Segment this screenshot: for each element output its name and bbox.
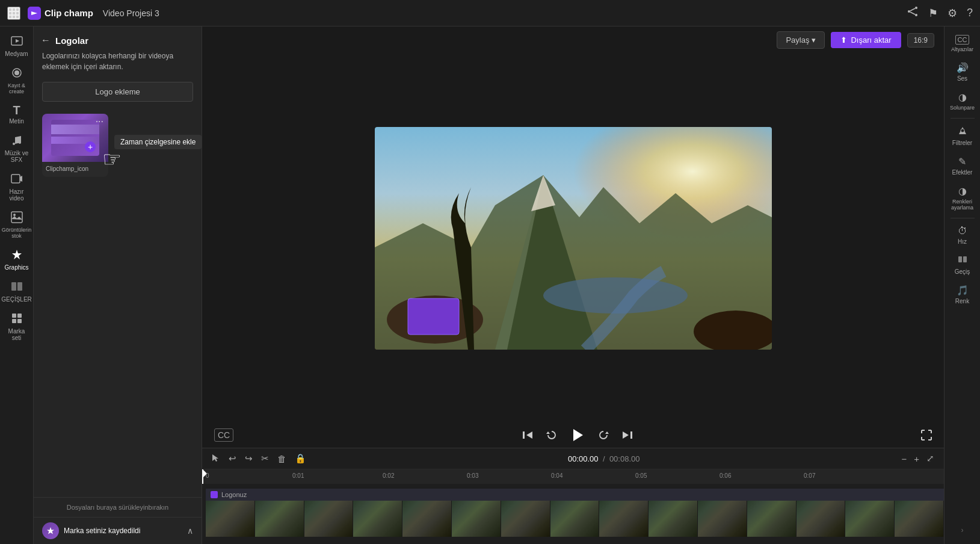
help-icon[interactable]: ? <box>967 7 973 19</box>
sidebar-item-color-adj[interactable]: ◑ Renkleri ayarlama <box>946 182 979 214</box>
film-frame <box>698 501 747 537</box>
sidebar-label-music: Müzik ve SFX <box>4 150 30 163</box>
undo-tool[interactable]: ↩ <box>229 453 236 464</box>
sidebar-label-ready: Hazır video <box>4 188 30 202</box>
zoom-out-button[interactable]: − <box>901 454 907 464</box>
svg-line-14 <box>910 12 915 14</box>
sidebar-item-audio[interactable]: 🔊 Ses <box>946 58 979 85</box>
ruler-05: 0:05 <box>635 472 647 479</box>
logo-three-dots[interactable]: ··· <box>96 116 103 127</box>
settings-icon[interactable]: ⚙ <box>948 7 957 20</box>
ruler-02: 0:02 <box>383 472 394 479</box>
sidebar-item-record[interactable]: Kayıt &create <box>1 63 32 98</box>
sidebar-item-text[interactable]: T Metin <box>1 100 32 128</box>
sidebar-item-color-half[interactable]: ◑ Solunpare <box>946 88 979 114</box>
brand-footer-expand[interactable]: ∧ <box>187 526 193 536</box>
film-frame <box>402 501 452 537</box>
sidebar-item-brand[interactable]: Marka seti <box>1 309 32 345</box>
right-collapse-button[interactable]: › <box>957 521 969 539</box>
back-button[interactable]: ← <box>41 35 51 46</box>
track-content: Logonuz <box>206 489 944 537</box>
rewind-button[interactable] <box>546 429 558 441</box>
svg-rect-51 <box>958 256 962 262</box>
svg-marker-45 <box>605 431 609 434</box>
forward-button[interactable] <box>597 429 609 441</box>
expand-timeline-button[interactable]: ⤢ <box>926 453 934 464</box>
sidebar-item-ready-video[interactable]: Hazır video <box>1 169 32 205</box>
flag-icon[interactable]: ⚑ <box>928 7 938 20</box>
speed-icon: ⏱ <box>958 226 967 236</box>
svg-rect-42 <box>523 431 525 439</box>
sidebar-item-filters[interactable]: Filtreler <box>946 122 979 150</box>
delete-tool[interactable]: 🗑 <box>277 454 286 464</box>
sidebar-item-renk[interactable]: 🎵 Renk <box>946 281 979 308</box>
film-frame <box>747 501 797 537</box>
add-logo-button[interactable]: Logo ekleme <box>42 82 193 102</box>
export-button[interactable]: ⬆ Dışarı aktar <box>831 32 901 48</box>
filters-icon <box>958 126 967 138</box>
captions-icon: CC <box>955 35 970 45</box>
project-name[interactable]: Video Projesi 3 <box>103 8 159 18</box>
drop-hint: Dosyaları buraya sürükleyinbırakın <box>34 497 202 517</box>
solunpare-label: Solunpare <box>950 105 975 111</box>
skip-forward-button[interactable] <box>621 429 633 441</box>
timeline-tracks: Logonuz <box>202 484 944 544</box>
topbar-right: ⚑ ⚙ ? <box>907 5 973 20</box>
svg-rect-21 <box>11 212 22 223</box>
svg-rect-25 <box>17 282 22 291</box>
transition-icon <box>958 255 967 267</box>
svg-rect-6 <box>9 16 11 18</box>
sidebar-item-captions[interactable]: CC Altyazılar <box>946 31 979 56</box>
zoom-controls: − + ⤢ <box>901 453 934 464</box>
skip-back-button[interactable] <box>522 429 534 441</box>
sidebar-item-transitions[interactable]: GEÇİŞLER <box>1 277 32 306</box>
time-separator: / <box>603 454 605 463</box>
captions-button[interactable]: CC <box>214 428 233 442</box>
ratio-badge[interactable]: 16:9 <box>907 33 934 48</box>
sidebar-item-stock[interactable]: Görüntülerin stok <box>1 208 32 243</box>
track-film-strip[interactable] <box>206 501 944 537</box>
track-row: Logonuz <box>202 489 944 537</box>
effects-icon: ✎ <box>958 156 966 167</box>
sidebar-item-music[interactable]: Müzik ve SFX <box>1 131 32 167</box>
sidebar-item-graphics[interactable]: Graphics <box>1 245 32 274</box>
select-tool[interactable] <box>212 454 220 464</box>
svg-point-17 <box>14 70 19 75</box>
grid-menu-button[interactable] <box>7 7 20 20</box>
logo-add-button[interactable]: + <box>85 141 96 152</box>
fullscreen-button[interactable] <box>921 430 932 440</box>
color-adj-icon: ◑ <box>958 185 967 197</box>
svg-rect-0 <box>9 8 11 11</box>
play-button[interactable] <box>570 427 585 443</box>
sidebar-item-media[interactable]: Medyam <box>1 31 32 61</box>
sidebar-label-transitions: GEÇİŞLER <box>1 296 32 303</box>
playhead-line <box>202 469 203 484</box>
film-frame <box>452 501 501 537</box>
ruler-06: 0:06 <box>720 472 731 479</box>
redo-tool[interactable]: ↪ <box>245 453 253 464</box>
svg-point-22 <box>13 214 16 216</box>
logo-card[interactable]: + ··· Clipchamp_icon <box>42 114 108 177</box>
sidebar-item-speed[interactable]: ⏱ Hız <box>946 222 979 249</box>
lock-tool[interactable]: 🔒 <box>295 453 306 464</box>
sidebar-label-record: Kayıt &create <box>8 82 25 94</box>
sidebar-label-brand: Marka seti <box>4 328 30 341</box>
svg-rect-28 <box>12 319 16 323</box>
zoom-in-button[interactable]: + <box>914 454 919 464</box>
right-sidebar: CC Altyazılar 🔊 Ses ◑ Solunpare Filtrele… <box>944 26 980 544</box>
share-button[interactable]: Paylaş ▾ <box>777 31 825 49</box>
sidebar-item-effects[interactable]: ✎ Efektler <box>946 152 979 179</box>
main-area: Medyam Kayıt &create T Metin Müzik ve SF… <box>0 26 980 544</box>
share-icon[interactable] <box>907 5 919 20</box>
brand-circle-icon <box>42 522 59 539</box>
color-adj-label: Renkleri ayarlama <box>948 199 977 211</box>
logo-items-area: + ··· Clipchamp_icon Zaman çizelgesine e… <box>34 109 202 497</box>
film-frame <box>649 501 698 537</box>
svg-marker-48 <box>212 454 218 462</box>
cut-tool[interactable]: ✂ <box>261 453 269 464</box>
svg-marker-41 <box>526 431 532 439</box>
sidebar-item-transition[interactable]: Geçiş <box>946 251 979 279</box>
sidebar-label-media: Medyam <box>5 51 28 57</box>
captions-label: Altyazılar <box>951 46 973 52</box>
audio-icon: 🔊 <box>957 62 969 73</box>
